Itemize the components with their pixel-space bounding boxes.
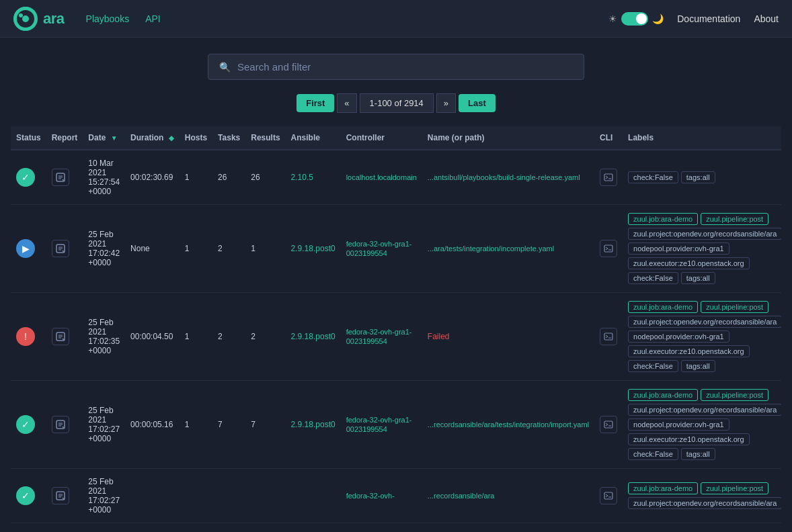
report-icon[interactable]: [52, 487, 69, 504]
labels-cell: zuul.job:ara-demozuul.pipeline:postzuul.…: [623, 205, 781, 293]
col-status: Status: [11, 126, 46, 150]
report-icon[interactable]: [52, 416, 69, 433]
status-cell: ✓: [11, 150, 46, 205]
duration-cell: 00:00:04.50: [125, 293, 180, 381]
ansible-link[interactable]: 2.9.18.post0: [291, 244, 335, 253]
report-icon[interactable]: [52, 169, 69, 186]
next-page-button[interactable]: »: [436, 93, 456, 113]
controller-link[interactable]: fedora-32-ovh-: [346, 492, 395, 500]
col-duration[interactable]: Duration ◆: [125, 126, 180, 150]
labels-cell: zuul.job:ara-demozuul.pipeline:postzuul.…: [623, 381, 781, 469]
report-icon[interactable]: [52, 240, 69, 257]
ansible-cell: [286, 469, 341, 523]
nav-documentation[interactable]: Documentation: [677, 13, 740, 24]
label-tag: zuul.pipeline:post: [701, 482, 768, 494]
ansible-link[interactable]: 2.9.18.post0: [291, 420, 335, 429]
label-tag: tags:all: [681, 448, 715, 460]
theme-toggle: ☀ 🌙: [608, 12, 664, 26]
hosts-cell: 1: [180, 150, 212, 205]
label-tag: nodepool.provider:ovh-gra1: [628, 242, 729, 255]
duration-cell: None: [125, 205, 180, 293]
col-name: Name (or path): [422, 126, 594, 150]
controller-link[interactable]: fedora-32-ovh-gra1-0023199554: [346, 328, 412, 345]
ansible-cell: 2.9.18.post0: [286, 381, 341, 469]
report-icon[interactable]: [52, 328, 69, 345]
logo-icon: [13, 7, 38, 31]
label-tag: zuul.executor:ze10.openstack.org: [628, 433, 750, 445]
nav-api[interactable]: API: [145, 13, 161, 24]
table-row: ✓ 25 Feb 2021 17:02:27 +0000: [11, 469, 781, 523]
status-icon-success: ✓: [16, 415, 35, 434]
controller-cell: fedora-32-ovh-gra1-0023199554: [341, 205, 422, 293]
controller-link[interactable]: fedora-32-ovh-gra1-0023199554: [346, 416, 412, 433]
tasks-cell: 7: [212, 381, 245, 469]
col-date[interactable]: Date ▼: [83, 126, 125, 150]
search-icon: 🔍: [219, 62, 231, 73]
col-labels: Labels: [623, 126, 781, 150]
cli-icon[interactable]: [600, 328, 617, 345]
controller-cell: fedora-32-ovh-: [341, 469, 422, 523]
sun-icon: ☀: [608, 13, 617, 24]
label-tag: nodepool.provider:ovh-gra1: [628, 418, 729, 431]
theme-toggle-switch[interactable]: [621, 12, 648, 26]
label-tag: zuul.project:opendev.org/recordsansible/…: [628, 404, 781, 416]
cli-icon[interactable]: [600, 169, 617, 186]
results-cell: 2: [245, 293, 285, 381]
results-cell: 26: [245, 150, 285, 205]
name-path: ...ara/tests/integration/incomplete.yaml: [428, 245, 554, 253]
hosts-cell: 1: [180, 381, 212, 469]
report-cell: [46, 150, 83, 205]
search-bar[interactable]: 🔍 Search and filter: [208, 54, 584, 80]
cli-icon[interactable]: [600, 240, 617, 257]
cli-cell: [594, 293, 623, 381]
cli-cell: [594, 205, 623, 293]
status-cell: !: [11, 293, 46, 381]
col-controller: Controller: [341, 126, 422, 150]
name-cell: ...ara/tests/integration/incomplete.yaml: [422, 205, 594, 293]
cli-icon[interactable]: [600, 487, 617, 504]
name-path: ...recordsansible/ara/tests/integration/…: [428, 420, 589, 429]
controller-link[interactable]: localhost.localdomain: [346, 173, 417, 181]
moon-icon: 🌙: [652, 13, 664, 24]
table-row: ▶ 25 Feb 2021 17:02:42 +0000 None 1 2 1: [11, 205, 781, 293]
tasks-cell: 2: [212, 293, 245, 381]
first-page-button[interactable]: First: [296, 94, 334, 112]
label-tag: zuul.job:ara-demo: [628, 389, 698, 401]
ansible-link[interactable]: 2.9.18.post0: [291, 332, 335, 341]
label-tag: check:False: [628, 272, 678, 284]
controller-link[interactable]: fedora-32-ovh-gra1-0023199554: [346, 240, 412, 257]
labels-cell: zuul.job:ara-demozuul.pipeline:postzuul.…: [623, 469, 781, 523]
results-cell: [245, 469, 285, 523]
col-ansible: Ansible: [286, 126, 341, 150]
controller-cell: fedora-32-ovh-gra1-0023199554: [341, 381, 422, 469]
duration-sort-icon: ◆: [169, 134, 174, 142]
hosts-cell: [180, 469, 212, 523]
svg-point-2: [22, 15, 29, 22]
label-tag: check:False: [628, 360, 678, 372]
playbooks-table: Status Report Date ▼ Duration ◆ Hosts Ta…: [11, 126, 781, 523]
col-cli: CLI: [594, 126, 623, 150]
last-page-button[interactable]: Last: [459, 94, 496, 112]
duration-cell: 00:00:05.16: [125, 381, 180, 469]
label-tag: check:False: [628, 171, 678, 183]
cli-cell: [594, 469, 623, 523]
duration-cell: [125, 469, 180, 523]
cli-icon[interactable]: [600, 416, 617, 433]
nav-playbooks[interactable]: Playbooks: [86, 13, 130, 24]
svg-rect-32: [604, 492, 612, 499]
status-icon-failed: !: [16, 327, 35, 346]
ansible-link[interactable]: 2.10.5: [291, 173, 313, 182]
date-cell: 25 Feb 2021 17:02:35 +0000: [83, 293, 125, 381]
prev-page-button[interactable]: «: [337, 93, 356, 113]
name-failed: Failed: [428, 332, 450, 341]
svg-rect-14: [604, 245, 612, 252]
nav-about[interactable]: About: [754, 13, 779, 24]
cli-cell: [594, 381, 623, 469]
table-row: ✓ 10 Mar 2021 15:27:54 +0000 00:02:30.69…: [11, 150, 781, 205]
name-cell: Failed: [422, 293, 594, 381]
name-cell: ...recordsansible/ara: [422, 469, 594, 523]
page-info: 1-100 of 2914: [360, 93, 434, 113]
labels-cell: zuul.job:ara-demozuul.pipeline:postzuul.…: [623, 293, 781, 381]
label-tag: zuul.job:ara-demo: [628, 301, 698, 313]
ansible-cell: 2.9.18.post0: [286, 293, 341, 381]
